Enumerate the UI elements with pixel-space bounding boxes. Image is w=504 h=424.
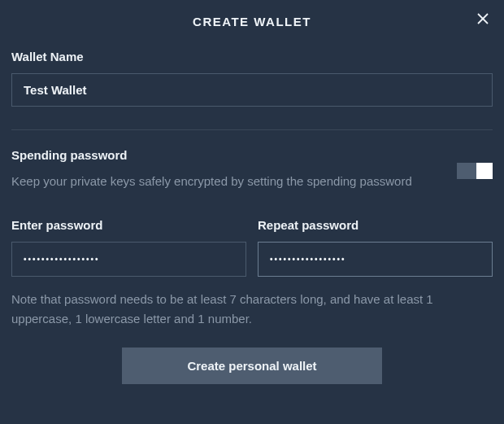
repeat-password-col: Repeat password xyxy=(258,218,493,277)
toggle-knob xyxy=(476,163,493,179)
spending-password-section: Spending password Keep your private keys… xyxy=(11,148,493,190)
spending-password-toggle[interactable] xyxy=(457,163,493,179)
modal-header: CREATE WALLET xyxy=(11,0,493,40)
repeat-password-label: Repeat password xyxy=(258,218,493,232)
submit-row: Create personal wallet xyxy=(11,348,493,384)
create-wallet-button[interactable]: Create personal wallet xyxy=(122,348,381,384)
modal-title: CREATE WALLET xyxy=(11,15,493,28)
divider xyxy=(11,129,493,130)
password-note: Note that password needs to be at least … xyxy=(11,290,493,328)
spending-password-hint: Keep your private keys safely encrypted … xyxy=(11,172,437,190)
enter-password-col: Enter password xyxy=(11,218,246,277)
wallet-name-section: Wallet Name xyxy=(11,50,493,107)
password-fields-row: Enter password Repeat password xyxy=(11,218,493,277)
create-wallet-modal: CREATE WALLET Wallet Name Spending passw… xyxy=(0,0,504,384)
close-icon xyxy=(477,13,489,24)
enter-password-input[interactable] xyxy=(11,242,246,277)
close-button[interactable] xyxy=(475,13,491,29)
spending-text-block: Spending password Keep your private keys… xyxy=(11,148,437,190)
repeat-password-input[interactable] xyxy=(258,242,493,277)
spending-password-label: Spending password xyxy=(11,148,437,162)
wallet-name-label: Wallet Name xyxy=(11,50,493,63)
enter-password-label: Enter password xyxy=(11,218,246,232)
wallet-name-input[interactable] xyxy=(11,73,493,107)
